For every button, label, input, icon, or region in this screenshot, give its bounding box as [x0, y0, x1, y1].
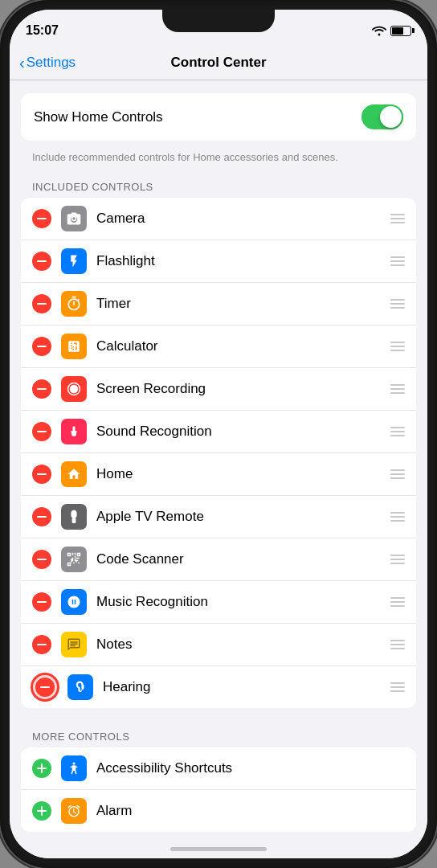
home-bar	[170, 847, 267, 851]
hearing-label: Hearing	[103, 679, 381, 695]
calculator-icon	[61, 334, 87, 359]
screen-recording-drag-handle[interactable]	[390, 384, 405, 394]
add-accessibility-shortcuts-button[interactable]	[32, 759, 51, 778]
flashlight-label: Flashlight	[96, 253, 381, 269]
alarm-label: Alarm	[96, 803, 405, 819]
svg-point-0	[70, 385, 79, 394]
remove-screen-recording-button[interactable]	[32, 379, 51, 399]
minus-icon	[37, 346, 47, 347]
accessibility-shortcuts-label: Accessibility Shortcuts	[96, 760, 405, 776]
list-item: Home	[21, 453, 416, 496]
remove-hearing-button[interactable]	[32, 674, 58, 700]
show-home-controls-description: Include recommended controls for Home ac…	[10, 147, 427, 174]
notch	[162, 10, 275, 32]
remove-flashlight-button[interactable]	[32, 252, 51, 271]
music-recognition-label: Music Recognition	[96, 594, 381, 610]
list-item: Flashlight	[21, 240, 416, 283]
apple-tv-remote-icon	[61, 504, 87, 530]
show-home-controls-row: Show Home Controls	[21, 93, 416, 141]
show-home-controls-toggle[interactable]	[361, 104, 403, 129]
timer-icon	[61, 291, 87, 317]
hearing-icon	[67, 674, 93, 700]
remove-camera-button[interactable]	[32, 209, 51, 228]
remove-apple-tv-remote-button[interactable]	[32, 507, 51, 526]
toggle-thumb	[380, 106, 402, 128]
plus-icon	[37, 806, 47, 816]
notes-label: Notes	[96, 637, 381, 653]
hearing-drag-handle[interactable]	[390, 682, 405, 692]
home-indicator	[10, 839, 427, 858]
minus-icon	[37, 303, 47, 305]
svg-rect-3	[71, 510, 76, 518]
remove-music-recognition-button[interactable]	[32, 592, 51, 612]
minus-icon	[37, 559, 47, 560]
calculator-drag-handle[interactable]	[390, 342, 405, 351]
included-controls-header: INCLUDED CONTROLS	[10, 174, 427, 198]
list-item: Sound Recognition	[21, 411, 416, 453]
apple-tv-remote-drag-handle[interactable]	[390, 512, 405, 522]
wifi-icon	[372, 25, 386, 36]
status-time: 15:07	[26, 23, 59, 38]
battery-icon	[390, 26, 411, 36]
back-chevron-icon: ‹	[19, 55, 25, 71]
minus-icon	[37, 260, 47, 262]
content-area: Show Home Controls Include recommended c…	[10, 80, 427, 839]
camera-label: Camera	[96, 211, 381, 227]
notes-drag-handle[interactable]	[390, 640, 405, 649]
music-recognition-icon	[61, 589, 87, 615]
remove-code-scanner-button[interactable]	[32, 550, 51, 569]
nav-bar: ‹ Settings Control Center	[10, 45, 427, 80]
list-item: Timer	[21, 283, 416, 326]
more-controls-section: MORE CONTROLS Accessibil	[10, 724, 427, 832]
more-controls-header: MORE CONTROLS	[10, 724, 427, 747]
included-controls-list: Camera Flashlight	[21, 198, 416, 708]
remove-notes-button[interactable]	[32, 635, 51, 654]
flashlight-drag-handle[interactable]	[390, 256, 405, 266]
calculator-label: Calculator	[96, 338, 381, 354]
code-scanner-label: Code Scanner	[96, 551, 381, 567]
flashlight-icon	[61, 248, 87, 274]
minus-icon	[37, 644, 47, 645]
alarm-icon	[61, 798, 87, 824]
camera-drag-handle[interactable]	[390, 214, 405, 223]
list-item: Screen Recording	[21, 368, 416, 411]
back-label: Settings	[27, 55, 76, 71]
plus-icon	[37, 764, 47, 773]
timer-drag-handle[interactable]	[390, 299, 405, 309]
screen-recording-icon	[61, 376, 87, 402]
svg-rect-4	[72, 518, 76, 523]
show-home-controls-label: Show Home Controls	[34, 109, 163, 125]
home-label: Home	[96, 466, 381, 482]
list-item: Apple TV Remote	[21, 496, 416, 538]
remove-calculator-button[interactable]	[32, 337, 51, 356]
remove-timer-button[interactable]	[32, 294, 51, 313]
remove-sound-recognition-button[interactable]	[32, 422, 51, 441]
home-drag-handle[interactable]	[390, 469, 405, 479]
sound-recognition-drag-handle[interactable]	[390, 427, 405, 436]
sound-recognition-icon	[61, 419, 87, 444]
add-alarm-button[interactable]	[32, 801, 51, 821]
music-recognition-drag-handle[interactable]	[390, 597, 405, 607]
camera-icon	[61, 206, 87, 231]
more-controls-list: Accessibility Shortcuts Alarm	[21, 747, 416, 832]
battery-fill	[392, 27, 403, 35]
status-icons	[372, 25, 411, 36]
list-item: Calculator	[21, 326, 416, 368]
remove-home-button[interactable]	[32, 465, 51, 484]
list-item: Hearing	[21, 666, 416, 708]
back-button[interactable]: ‹ Settings	[19, 55, 76, 71]
minus-icon	[37, 601, 47, 603]
list-item: Alarm	[21, 790, 416, 832]
list-item: Notes	[21, 624, 416, 666]
code-scanner-icon	[61, 547, 87, 572]
code-scanner-drag-handle[interactable]	[390, 555, 405, 564]
list-item: Accessibility Shortcuts	[21, 747, 416, 790]
apple-tv-remote-label: Apple TV Remote	[96, 509, 381, 525]
sound-recognition-label: Sound Recognition	[96, 424, 381, 440]
svg-point-6	[73, 763, 76, 765]
phone-frame: 15:07 ‹ Settings Control Center	[0, 0, 437, 868]
list-item: Code Scanner	[21, 538, 416, 581]
minus-icon	[37, 218, 47, 219]
minus-icon	[37, 516, 47, 518]
page-title: Control Center	[171, 55, 267, 71]
